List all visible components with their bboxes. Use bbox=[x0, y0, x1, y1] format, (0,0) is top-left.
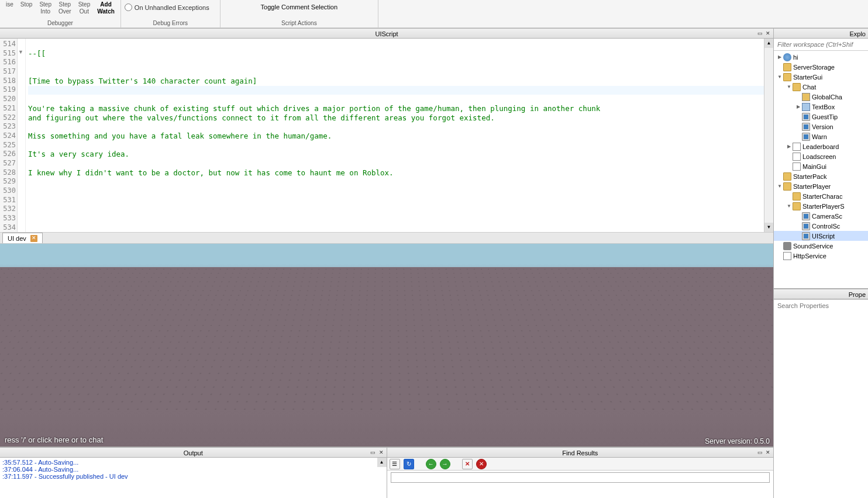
tree-label: CameraSc bbox=[812, 213, 842, 220]
tree-label: Chat bbox=[802, 84, 816, 91]
tree-arrow-icon[interactable]: ▼ bbox=[786, 203, 793, 209]
scroll-up-icon[interactable]: ▲ bbox=[764, 39, 773, 48]
tree-item-warn[interactable]: Warn bbox=[774, 132, 868, 141]
find-input-row bbox=[391, 472, 770, 496]
tree-item-uiscript[interactable]: UIScript bbox=[774, 231, 868, 241]
tree-label: ControlSc bbox=[812, 223, 840, 230]
radio-label: On Unhandled Exceptions bbox=[135, 4, 209, 11]
scroll-down-icon[interactable]: ▼ bbox=[764, 223, 773, 232]
find-clear-icon[interactable]: ✕ bbox=[462, 459, 473, 469]
folder-icon bbox=[783, 182, 791, 191]
tree-arrow-icon[interactable]: ▶ bbox=[786, 144, 793, 149]
fold-chevron-icon[interactable]: ▼ bbox=[18, 49, 23, 55]
tree-item-startercharac[interactable]: StarterCharac bbox=[774, 191, 868, 201]
find-list-icon[interactable]: ☰ bbox=[390, 459, 400, 469]
folder-icon bbox=[793, 192, 801, 200]
unhandled-exceptions-radio[interactable]: On Unhandled Exceptions bbox=[125, 4, 209, 11]
folder-icon bbox=[783, 63, 791, 71]
find-refresh-icon[interactable]: ↻ bbox=[404, 459, 414, 469]
tree-item-startergui[interactable]: ▼StarterGui bbox=[774, 72, 868, 82]
properties-body[interactable] bbox=[774, 311, 868, 498]
folder-icon bbox=[793, 83, 801, 91]
tree-item-serverstorage[interactable]: ServerStorage bbox=[774, 62, 868, 72]
tree-label: StarterCharac bbox=[802, 193, 842, 200]
tree-item-loadscreen[interactable]: Loadscreen bbox=[774, 151, 868, 161]
viewport-tab[interactable]: UI dev ✕ bbox=[2, 233, 43, 243]
tree-item-soundservice[interactable]: SoundService bbox=[774, 241, 868, 251]
explorer-title: Explo bbox=[774, 28, 868, 39]
baseplate bbox=[0, 267, 773, 410]
tree-item-globalcha[interactable]: GlobalCha bbox=[774, 92, 868, 102]
tree-label: ServerStorage bbox=[793, 64, 835, 71]
find-next-icon[interactable]: → bbox=[440, 459, 450, 469]
tab-label: UI dev bbox=[8, 235, 26, 242]
debugger-stop-button[interactable]: Stop bbox=[18, 1, 35, 8]
code-editor[interactable]: 5145155165175185195205215225235245255265… bbox=[0, 39, 773, 232]
tree-label: GlobalCha bbox=[812, 94, 842, 101]
undock-icon[interactable]: ▭ bbox=[756, 448, 764, 457]
tab-close-icon[interactable]: ✕ bbox=[30, 235, 37, 242]
frame-icon bbox=[793, 143, 801, 151]
tree-arrow-icon[interactable]: ▼ bbox=[786, 84, 793, 89]
sound-icon bbox=[783, 242, 791, 250]
find-input[interactable] bbox=[391, 472, 770, 483]
frame-icon bbox=[793, 162, 801, 171]
toggle-comment-button[interactable]: Toggle Comment Selection bbox=[259, 4, 340, 11]
radio-input[interactable] bbox=[125, 4, 132, 11]
script-icon bbox=[802, 113, 810, 121]
gframe-icon bbox=[802, 93, 810, 101]
tree-item-maingui[interactable]: MainGui bbox=[774, 161, 868, 171]
tree-item-starterpack[interactable]: StarterPack bbox=[774, 171, 868, 181]
tree-item-version[interactable]: Version bbox=[774, 122, 868, 132]
script-title-text: UIScript bbox=[375, 30, 398, 37]
properties-panel: Prope bbox=[774, 288, 868, 498]
tree-arrow-icon[interactable]: ▶ bbox=[795, 104, 802, 109]
script-icon bbox=[802, 232, 810, 240]
explorer-filter-input[interactable] bbox=[774, 39, 868, 50]
chat-hint[interactable]: ress '/' or click here or to chat bbox=[0, 433, 108, 447]
properties-title-text: Prope bbox=[849, 291, 866, 298]
vertical-scrollbar[interactable]: ▲ ▼ bbox=[764, 39, 773, 232]
output-title-text: Output bbox=[184, 449, 203, 456]
ribbon-group-debug-errors: On Unhandled Exceptions Debug Errors bbox=[121, 0, 221, 27]
close-icon[interactable]: ✕ bbox=[764, 29, 772, 38]
tree-item-chat[interactable]: ▼Chat bbox=[774, 82, 868, 92]
code-text[interactable]: --[[ [Time to bypass Twitter's 140 chara… bbox=[26, 39, 764, 232]
tree-item-textbox[interactable]: ▶TextBox bbox=[774, 102, 868, 112]
tree-arrow-icon[interactable]: ▼ bbox=[776, 184, 783, 189]
debugger-stepout-button[interactable]: StepOut bbox=[76, 1, 93, 15]
undock-icon[interactable]: ▭ bbox=[369, 448, 377, 457]
tree-item-httpservice[interactable]: HttpService bbox=[774, 251, 868, 261]
find-stop-icon[interactable]: ✕ bbox=[476, 459, 487, 469]
tree-item-hi[interactable]: ▶hi bbox=[774, 52, 868, 62]
tree-item-controlsc[interactable]: ControlSc bbox=[774, 221, 868, 231]
output-body[interactable]: ▲ :35:57.512 - Auto-Saving...:37:06.044 … bbox=[0, 458, 387, 498]
tree-arrow-icon[interactable]: ▼ bbox=[776, 74, 783, 79]
output-line: :35:57.512 - Auto-Saving... bbox=[2, 459, 384, 466]
debugger-ise-button[interactable]: ise bbox=[4, 1, 16, 8]
explorer-tree[interactable]: ▶hiServerStorage▼StarterGui▼ChatGlobalCh… bbox=[774, 51, 868, 288]
debugger-addwatch-button[interactable]: AddWatch bbox=[95, 1, 117, 15]
properties-search-input[interactable] bbox=[774, 299, 868, 311]
tree-label: GuestTip bbox=[812, 113, 838, 120]
tree-label: StarterGui bbox=[793, 74, 822, 81]
tree-item-guesttip[interactable]: GuestTip bbox=[774, 112, 868, 122]
debugger-stepover-button[interactable]: StepOver bbox=[56, 1, 74, 15]
close-icon[interactable]: ✕ bbox=[764, 448, 772, 457]
find-prev-icon[interactable]: ← bbox=[426, 459, 436, 469]
frame-icon bbox=[783, 252, 791, 260]
script-icon bbox=[802, 222, 810, 230]
tree-item-starterplayer[interactable]: ▼StarterPlayer bbox=[774, 181, 868, 191]
close-icon[interactable]: ✕ bbox=[377, 448, 385, 457]
undock-icon[interactable]: ▭ bbox=[756, 29, 764, 38]
tree-item-camerasc[interactable]: CameraSc bbox=[774, 211, 868, 221]
3d-viewport[interactable]: ress '/' or click here or to chat Server… bbox=[0, 244, 773, 447]
debugger-stepinto-button[interactable]: StepInto bbox=[37, 1, 54, 15]
line-number-gutter: 5145155165175185195205215225235245255265… bbox=[0, 39, 18, 232]
properties-title: Prope bbox=[774, 289, 868, 299]
tree-item-leaderboard[interactable]: ▶Leaderboard bbox=[774, 141, 868, 151]
frame-icon bbox=[793, 153, 801, 161]
tree-arrow-icon[interactable]: ▶ bbox=[776, 54, 783, 60]
scroll-up-icon[interactable]: ▲ bbox=[377, 458, 387, 467]
tree-item-starterplayers[interactable]: ▼StarterPlayerS bbox=[774, 201, 868, 211]
